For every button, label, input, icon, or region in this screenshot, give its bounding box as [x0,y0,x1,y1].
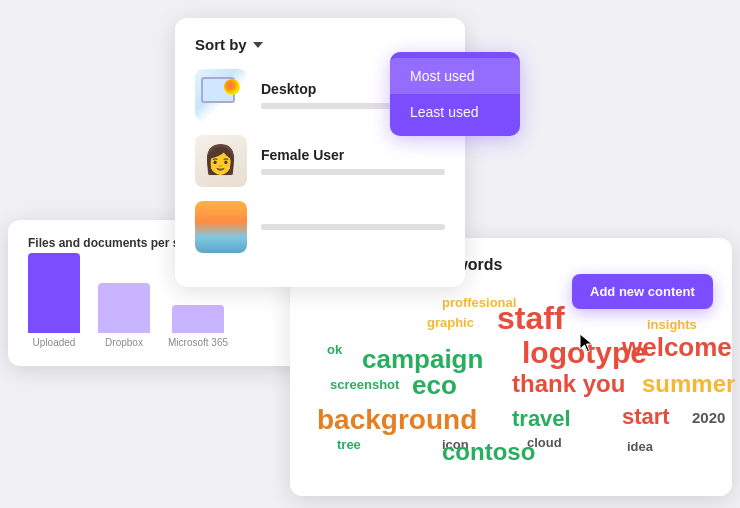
bar-ms-label: Microsoft 365 [168,337,228,348]
sort-label: Sort by [195,36,247,53]
word-graphic: graphic [427,316,474,329]
word-thank-you: thank you [512,372,625,396]
bar-dropbox: Dropbox [98,283,150,348]
bar-ms365: Microsoft 365 [168,305,228,348]
word-start: start [622,406,670,428]
add-new-content-button[interactable]: Add new content [572,274,713,309]
landscape-info [261,224,445,230]
wordcloud-body: proffesionalgraphicstaffokcampaignlogoty… [312,288,710,478]
bar-uploaded-bar [28,253,80,333]
word-staff: staff [497,302,565,334]
bar-dropbox-bar [98,283,150,333]
landscape-bar [261,224,445,230]
word-screenshot: screenshot [330,378,399,391]
least-used-option[interactable]: Least used [390,94,520,130]
word-tree: tree [337,438,361,451]
word-insights: insights [647,318,697,331]
female-bar [261,169,445,175]
word-2020: 2020 [692,410,725,425]
female-info: Female User [261,147,445,175]
bar-ms-bar [172,305,224,333]
word-eco: eco [412,372,457,398]
landscape-thumbnail [195,201,247,253]
most-used-option[interactable]: Most used [390,58,520,94]
word-ok: ok [327,343,342,356]
bar-uploaded: Uploaded [28,253,80,348]
word-campaign: campaign [362,346,483,372]
bar-dropbox-label: Dropbox [105,337,143,348]
word-background: background [317,406,477,434]
word-idea: idea [627,440,653,453]
desktop-thumbnail [195,69,247,121]
sort-item-female: Female User [195,135,445,187]
female-thumbnail [195,135,247,187]
bar-uploaded-label: Uploaded [33,337,76,348]
female-name: Female User [261,147,445,163]
word-welcome: welcome [622,334,732,360]
sort-dropdown: Most used Least used [390,52,520,136]
sort-header[interactable]: Sort by [195,36,445,53]
sort-item-landscape [195,201,445,253]
word-travel: travel [512,408,571,430]
word-summer: summer [642,372,735,396]
sort-arrow-icon [253,42,263,48]
word-contoso: contoso [442,440,535,464]
